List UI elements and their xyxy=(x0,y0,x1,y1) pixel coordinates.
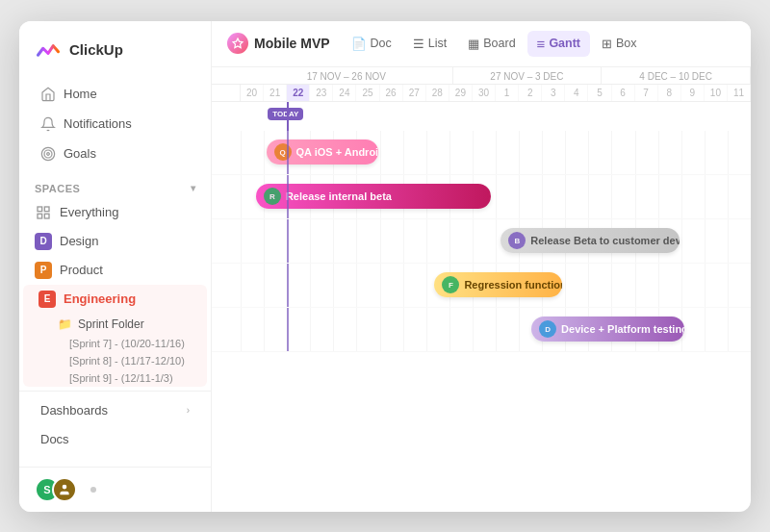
spaces-label: Spaces xyxy=(35,183,80,194)
gantt-day-25: 25 xyxy=(356,85,379,101)
gantt-bar-3[interactable]: FRegression functional testing xyxy=(434,272,562,297)
sprint-9[interactable]: [Sprint 9] - (12/11-1/3) xyxy=(23,369,207,387)
gantt-day-21: 21 xyxy=(264,85,287,101)
status-dot xyxy=(90,487,96,493)
sprint-7-label: [Sprint 7] - (10/20-11/16) xyxy=(69,338,185,349)
gantt-day-20: 20 xyxy=(241,85,264,101)
sprint-7[interactable]: [Sprint 7] - (10/20-11/16) xyxy=(23,335,207,352)
engineering-space-icon: E xyxy=(38,291,56,308)
view-tabs: 📄 Doc ☰ List ▦ Board ≡ Gantt ⊞ Box xyxy=(342,31,647,57)
gantt-day-2: 2 xyxy=(519,85,542,101)
gantt-row-content: QQA iOS + Android xyxy=(241,131,751,174)
folder-icon: 📁 xyxy=(58,317,72,331)
main-nav: Home Notifications Goals xyxy=(19,75,211,173)
gantt-tab-label: Gantt xyxy=(549,37,580,50)
sidebar-item-everything[interactable]: Everything xyxy=(19,198,211,227)
nav-notifications[interactable]: Notifications xyxy=(25,110,205,139)
gantt-day-5: 5 xyxy=(588,85,611,101)
gantt-day-spacer xyxy=(212,85,241,101)
gantt-day-28: 28 xyxy=(426,85,449,101)
top-bar: Mobile MVP 📄 Doc ☰ List ▦ Board ≡ Gantt xyxy=(212,21,751,67)
nav-goals[interactable]: Goals xyxy=(25,139,205,168)
gantt-row-content: RRelease internal beta xyxy=(241,175,751,218)
nav-notifications-label: Notifications xyxy=(64,116,132,131)
bar-label: Device + Platform testing xyxy=(561,323,684,335)
bell-icon xyxy=(40,116,56,132)
sprint-folder[interactable]: 📁 Sprint Folder xyxy=(23,314,207,335)
gantt-row-content: DDevice + Platform testing xyxy=(241,308,751,351)
gantt-bar-0[interactable]: QQA iOS + Android xyxy=(267,139,379,165)
svg-marker-7 xyxy=(233,38,243,48)
gantt-bar-4[interactable]: DDevice + Platform testing xyxy=(531,317,684,342)
project-name: Mobile MVP xyxy=(227,33,330,54)
nav-home-label: Home xyxy=(64,87,97,101)
nav-docs[interactable]: Docs xyxy=(25,425,205,453)
design-space-icon: D xyxy=(35,233,52,250)
main-content: Mobile MVP 📄 Doc ☰ List ▦ Board ≡ Gantt xyxy=(212,21,751,512)
today-line xyxy=(287,102,289,131)
sprint-folder-label: Sprint Folder xyxy=(78,317,144,331)
gantt-day-26: 26 xyxy=(380,85,403,101)
gantt-task-row: QQA iOS + Android xyxy=(212,131,751,175)
gantt-task-row: FRegression functional testing xyxy=(212,264,751,308)
gantt-month-header: 17 NOV – 26 NOV27 NOV – 3 DEC4 DEC – 10 … xyxy=(212,67,751,85)
gantt-tab-icon: ≡ xyxy=(537,36,546,52)
gantt-day-27: 27 xyxy=(403,85,426,101)
gantt-day-22: 22 xyxy=(287,85,310,101)
app-name: ClickUp xyxy=(69,41,123,58)
everything-icon xyxy=(35,204,52,221)
nav-home[interactable]: Home xyxy=(25,80,205,109)
gantt-spacer xyxy=(212,67,241,84)
list-tab-icon: ☰ xyxy=(413,37,424,51)
gantt-bar-1[interactable]: RRelease internal beta xyxy=(256,184,491,209)
dashboards-label: Dashboards xyxy=(40,403,108,418)
svg-rect-5 xyxy=(38,214,42,218)
gantt-day-10: 10 xyxy=(705,85,728,101)
user-avatars: S xyxy=(35,477,77,502)
gantt-bar-2[interactable]: BRelease Beta to customer devices xyxy=(500,228,680,253)
sidebar-item-product[interactable]: P Product xyxy=(19,256,211,285)
bar-label: Release Beta to customer devices xyxy=(530,235,680,246)
board-tab-label: Board xyxy=(483,37,515,50)
gantt-day-7: 7 xyxy=(635,85,658,101)
gantt-month-2: 4 DEC – 10 DEC xyxy=(602,67,751,84)
sidebar-item-design[interactable]: D Design xyxy=(19,227,211,256)
bar-avatar: B xyxy=(508,232,526,249)
tab-box[interactable]: ⊞ Box xyxy=(592,32,647,56)
chevron-down-icon: ▾ xyxy=(191,183,196,193)
tab-board[interactable]: ▦ Board xyxy=(458,32,525,56)
gantt-day-29: 29 xyxy=(449,85,473,101)
gantt-days: 20212223242526272829301234567891011 xyxy=(241,85,751,101)
target-icon xyxy=(40,146,56,162)
tab-gantt[interactable]: ≡ Gantt xyxy=(527,31,590,57)
svg-rect-4 xyxy=(44,207,49,212)
gantt-task-row: DDevice + Platform testing xyxy=(212,308,751,352)
bar-avatar: F xyxy=(442,276,459,293)
tab-list[interactable]: ☰ List xyxy=(403,32,456,56)
bar-label: Release internal beta xyxy=(286,190,392,202)
gantt-row-content: BRelease Beta to customer devices xyxy=(241,219,751,263)
clickup-logo-icon xyxy=(35,37,62,63)
gantt-today-row: TODAY xyxy=(212,102,751,131)
tab-doc[interactable]: 📄 Doc xyxy=(342,32,401,56)
product-space-icon: P xyxy=(35,262,52,279)
sidebar: ClickUp Home Notifications Goals Spaces … xyxy=(19,21,212,512)
project-title: Mobile MVP xyxy=(254,36,330,51)
logo: ClickUp xyxy=(19,21,211,75)
svg-rect-3 xyxy=(38,207,42,212)
doc-tab-icon: 📄 xyxy=(351,37,367,51)
project-icon xyxy=(227,33,248,54)
gantt-task-rows: QQA iOS + AndroidRRelease internal betaB… xyxy=(212,131,751,352)
sprint-8[interactable]: [Sprint 8] - (11/17-12/10) xyxy=(23,352,207,369)
svg-point-1 xyxy=(44,150,52,158)
bar-label: Regression functional testing xyxy=(464,279,562,291)
gantt-day-6: 6 xyxy=(612,85,635,101)
nav-goals-label: Goals xyxy=(64,146,96,161)
gantt-day-23: 23 xyxy=(310,85,333,101)
nav-dashboards[interactable]: Dashboards › xyxy=(25,396,205,424)
gantt-chart: 17 NOV – 26 NOV27 NOV – 3 DEC4 DEC – 10 … xyxy=(212,67,751,512)
gantt-day-header: 20212223242526272829301234567891011 xyxy=(212,85,751,102)
gantt-day-1: 1 xyxy=(496,85,519,101)
sidebar-item-engineering[interactable]: E Engineering 📁 Sprint Folder [Sprint 7]… xyxy=(23,285,207,387)
sprint-9-label: [Sprint 9] - (12/11-1/3) xyxy=(69,372,173,384)
